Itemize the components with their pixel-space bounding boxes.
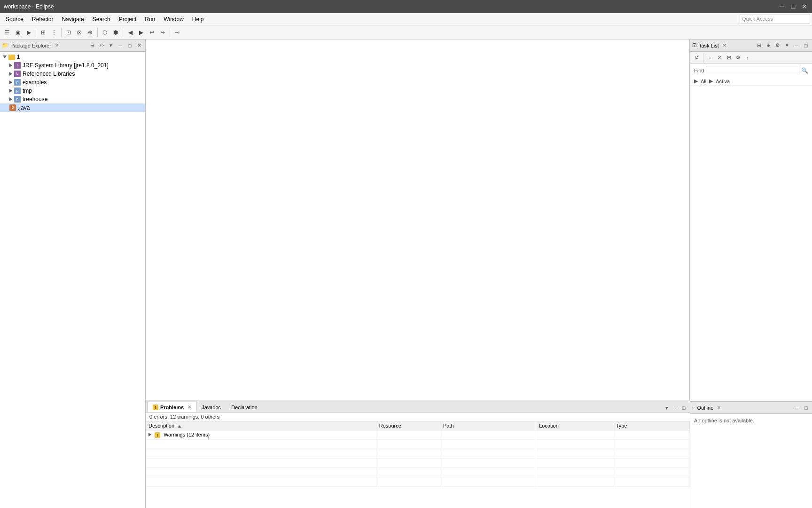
- toolbar-btn9[interactable]: ⬡: [100, 27, 110, 38]
- toolbar-btn12[interactable]: ▶: [136, 27, 146, 38]
- toolbar-btn8[interactable]: ⊕: [85, 27, 95, 38]
- toolbar-btn2[interactable]: ◉: [13, 27, 23, 38]
- menu-source[interactable]: Source: [2, 15, 27, 24]
- warnings-icon: !: [155, 432, 160, 438]
- sort-desc-icon: [178, 425, 181, 428]
- tree-item-java-file[interactable]: J .java: [0, 103, 145, 112]
- warnings-group-label: Warnings (12 items): [164, 432, 210, 437]
- bottom-panel-minimize-btn[interactable]: ─: [671, 404, 679, 412]
- tree-item-project[interactable]: 1: [0, 53, 145, 61]
- task-find-input[interactable]: [706, 66, 799, 75]
- tree-item-ref-libs[interactable]: L Referenced Libraries: [0, 70, 145, 78]
- task-filter-bar: ▶ All ▶ Activa: [690, 77, 812, 86]
- explorer-close-icon[interactable]: ✕: [55, 43, 59, 48]
- toolbar-btn6[interactable]: ⊡: [63, 27, 74, 38]
- toolbar-new-btn[interactable]: ☰: [2, 27, 12, 38]
- table-row-2[interactable]: [146, 449, 690, 459]
- col-description[interactable]: Description: [146, 421, 376, 430]
- table-row-5[interactable]: [146, 477, 690, 487]
- task-collapse-btn[interactable]: ⊟: [725, 54, 733, 62]
- toolbar-btn14[interactable]: ↪: [157, 27, 168, 38]
- col-type[interactable]: Type: [613, 421, 689, 430]
- explorer-menu-btn[interactable]: ▾: [107, 41, 115, 50]
- link-with-editor-btn[interactable]: ⇔: [97, 41, 106, 50]
- toolbar-btn10[interactable]: ⬢: [110, 27, 121, 38]
- tab-javadoc[interactable]: Javadoc: [196, 402, 226, 412]
- menu-navigate[interactable]: Navigate: [58, 15, 87, 24]
- bottom-panel-maximize-btn[interactable]: □: [679, 404, 688, 412]
- task-list-minimize-btn[interactable]: ─: [792, 41, 801, 50]
- quick-access-area: Quick Access: [740, 15, 810, 24]
- problems-data-table: Description Resource Path Location: [146, 421, 690, 487]
- task-list-maximize-btn[interactable]: □: [802, 41, 810, 50]
- task-refresh-btn[interactable]: ↺: [692, 54, 701, 62]
- table-row-3[interactable]: [146, 459, 690, 468]
- filter-all-label[interactable]: All: [701, 79, 706, 84]
- col-location[interactable]: Location: [536, 421, 613, 430]
- toolbar-btn13[interactable]: ↩: [147, 27, 157, 38]
- tree-item-tmp[interactable]: p tmp: [0, 87, 145, 95]
- warnings-expand-icon[interactable]: [148, 433, 151, 437]
- cell-res-4: [376, 468, 440, 477]
- toolbar-btn3[interactable]: ▶: [23, 27, 34, 38]
- problems-tab-close[interactable]: ✕: [187, 405, 191, 410]
- outline-minimize-btn[interactable]: ─: [792, 404, 801, 412]
- bottom-panel-menu-btn[interactable]: ▾: [663, 404, 671, 412]
- maximize-button[interactable]: □: [789, 3, 797, 10]
- tree-item-examples[interactable]: p examples: [0, 78, 145, 87]
- task-list-menu-btn[interactable]: ▾: [783, 41, 791, 50]
- maximize-explorer-btn[interactable]: □: [125, 41, 134, 50]
- tab-problems[interactable]: ! Problems ✕: [148, 402, 196, 412]
- cell-loc-1: [536, 440, 613, 449]
- tree-item-treehouse[interactable]: p treehouse: [0, 95, 145, 103]
- toolbar-btn5[interactable]: ⋮: [49, 27, 59, 38]
- menu-window[interactable]: Window: [160, 15, 187, 24]
- menu-run[interactable]: Run: [141, 15, 159, 24]
- table-row-4[interactable]: [146, 468, 690, 477]
- toolbar-btn4[interactable]: ⊞: [38, 27, 48, 38]
- menu-project[interactable]: Project: [115, 15, 140, 24]
- package-explorer-panel: 📁 Package Explorer ✕ ⊟ ⇔ ▾ ─ □ ✕ 1: [0, 40, 146, 508]
- bottom-tabs: ! Problems ✕ Javadoc Declaration ▾ ─ □: [146, 400, 690, 413]
- menu-help[interactable]: Help: [188, 15, 208, 24]
- task-list-body: [690, 86, 812, 401]
- main-layout: 📁 Package Explorer ✕ ⊟ ⇔ ▾ ─ □ ✕ 1: [0, 40, 812, 508]
- cell-loc-5: [536, 477, 613, 487]
- tab-declaration[interactable]: Declaration: [226, 402, 263, 412]
- menu-refactor[interactable]: Refactor: [28, 15, 57, 24]
- cell-warnings-group: ! Warnings (12 items): [146, 430, 376, 440]
- filter-active-label[interactable]: Activa: [716, 79, 730, 84]
- outline-maximize-btn[interactable]: □: [802, 404, 810, 412]
- collapse-all-btn[interactable]: ⊟: [88, 41, 96, 50]
- task-list-settings-btn[interactable]: ⚙: [773, 41, 782, 50]
- table-row-1[interactable]: [146, 440, 690, 449]
- task-list-btn1[interactable]: ⊟: [755, 41, 763, 50]
- cell-res-3: [376, 459, 440, 468]
- close-explorer-btn[interactable]: ✕: [135, 41, 143, 50]
- toolbar-btn7[interactable]: ⊠: [74, 27, 85, 38]
- task-list-section: ☑ Task List ✕ ⊟ ⊞ ⚙ ▾ ─ □ ↺ + ✕ ⊟: [690, 40, 812, 401]
- task-find-search-icon[interactable]: 🔍: [801, 67, 808, 74]
- problems-table[interactable]: Description Resource Path Location: [146, 421, 690, 508]
- tab-javadoc-label: Javadoc: [202, 405, 221, 410]
- task-settings2-btn[interactable]: ⚙: [734, 54, 742, 62]
- close-button[interactable]: ✕: [801, 3, 808, 10]
- col-resource[interactable]: Resource: [376, 421, 440, 430]
- toolbar-btn15[interactable]: ⊸: [172, 27, 182, 38]
- task-arrow-up-btn[interactable]: ↑: [743, 54, 752, 62]
- task-list-btn2[interactable]: ⊞: [764, 41, 773, 50]
- task-list-close-icon[interactable]: ✕: [723, 43, 726, 48]
- tree-item-jre[interactable]: J JRE System Library [jre1.8.0_201]: [0, 61, 145, 70]
- cell-desc-2: [146, 449, 376, 459]
- task-delete-btn[interactable]: ✕: [715, 54, 724, 62]
- minimize-explorer-btn[interactable]: ─: [116, 41, 125, 50]
- toolbar-sep4: [123, 28, 123, 37]
- menu-search[interactable]: Search: [89, 15, 114, 24]
- minimize-button[interactable]: ─: [778, 3, 786, 10]
- toolbar-btn11[interactable]: ◀: [125, 27, 135, 38]
- outline-close-icon[interactable]: ✕: [717, 405, 721, 410]
- col-path[interactable]: Path: [440, 421, 536, 430]
- editor-area[interactable]: [146, 40, 689, 400]
- task-add-btn[interactable]: +: [706, 54, 714, 62]
- table-row-warnings-group[interactable]: ! Warnings (12 items): [146, 430, 690, 440]
